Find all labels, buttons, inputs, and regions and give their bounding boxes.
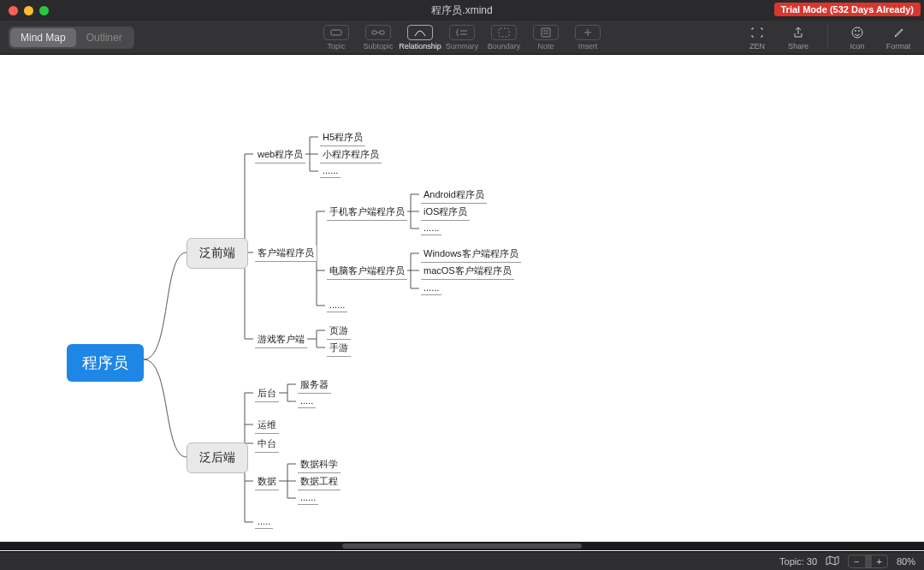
node-desktop-more[interactable]: ...... [421,282,441,295]
view-outliner-button[interactable]: Outliner [76,28,133,47]
toolbar-separator [827,25,828,49]
svg-point-11 [856,30,856,31]
node-android[interactable]: Android程序员 [421,187,487,204]
share-icon [785,25,811,40]
node-webgame[interactable]: 页游 [327,324,351,340]
svg-point-10 [852,27,862,38]
node-desktop-client[interactable]: 电脑客户端程序员 [327,264,407,280]
node-data-science[interactable]: 数据科学 [298,457,341,473]
topic-icon [323,25,349,40]
node-client-more[interactable]: ...... [327,299,347,312]
node-client[interactable]: 客户端程序员 [255,246,317,262]
node-backend-more2[interactable]: ..... [255,515,273,529]
scrollbar-thumb[interactable] [342,543,582,549]
summary-button[interactable]: Summary [442,25,482,50]
node-h5[interactable]: H5程序员 [320,130,365,146]
insert-button[interactable]: Insert [568,25,607,50]
node-web-more[interactable]: ...... [320,164,341,178]
topic-count: Topic: 30 [779,556,817,567]
node-macos[interactable]: macOS客户端程序员 [421,264,514,280]
format-panel-button[interactable]: Format [881,25,915,50]
smiley-icon [844,25,870,40]
node-ios[interactable]: iOS程序员 [421,205,470,221]
subtopic-button[interactable]: Subtopic [358,25,398,50]
map-overview-icon[interactable] [826,555,839,567]
brush-icon [886,25,911,40]
node-ops[interactable]: 运维 [255,418,279,434]
node-data[interactable]: 数据 [255,474,279,490]
zen-icon [744,25,770,40]
node-mobile-client[interactable]: 手机客户端程序员 [327,205,407,221]
svg-rect-1 [372,31,376,34]
canvas[interactable]: 程序员 泛前端 泛后端 web程序员 H5程序员 小程序程序员 ...... 客… [0,55,924,551]
mindmap-links [0,55,924,551]
svg-point-12 [859,30,860,31]
node-mobile-more[interactable]: ...... [421,222,441,235]
topic-button[interactable]: Topic [317,25,356,50]
view-switch: Mind Map Outliner [9,27,134,49]
svg-rect-5 [542,28,550,37]
titlebar: 程序员.xmind Trial Mode (532 Days Already) [0,0,924,21]
subtopic-icon [365,25,391,40]
node-data-eng[interactable]: 数据工程 [298,474,341,490]
node-game-client[interactable]: 游戏客户端 [255,332,307,348]
svg-rect-2 [380,31,384,34]
zoom-out-button[interactable]: − [850,556,862,567]
toolbar: Mind Map Outliner Topic Subtopic Relatio… [0,21,924,55]
share-button[interactable]: Share [781,25,815,50]
view-mindmap-button[interactable]: Mind Map [10,28,76,47]
node-branch-frontend[interactable]: 泛前端 [187,238,248,269]
relationship-icon [407,25,433,40]
zoom-control: − + [848,555,888,568]
horizontal-scrollbar[interactable] [0,542,924,550]
node-root[interactable]: 程序员 [67,344,144,382]
tool-group-right: ZEN Share Icon Format [740,25,915,50]
node-branch-backend[interactable]: 泛后端 [187,442,248,473]
node-backend-more[interactable]: ..... [298,395,316,408]
summary-icon [449,25,475,40]
zen-button[interactable]: ZEN [740,25,774,50]
node-midplatform[interactable]: 中台 [255,436,279,453]
node-mobilegame[interactable]: 手游 [327,341,351,357]
boundary-icon [491,25,517,40]
node-backend[interactable]: 后台 [255,386,279,402]
boundary-button[interactable]: Boundary [484,25,524,50]
svg-rect-4 [499,28,509,37]
plus-icon [575,25,601,40]
node-web[interactable]: web程序员 [255,147,305,163]
svg-rect-0 [331,30,341,35]
note-button[interactable]: Note [526,25,566,50]
tool-group-center: Topic Subtopic Relationship Summary Boun… [317,25,607,50]
zoom-in-button[interactable]: + [874,556,886,567]
relationship-button[interactable]: Relationship [400,25,440,50]
trial-mode-badge[interactable]: Trial Mode (532 Days Already) [774,3,921,16]
zoom-level[interactable]: 80% [897,556,915,567]
node-miniprogram[interactable]: 小程序程序员 [320,147,382,163]
node-server[interactable]: 服务器 [298,377,331,394]
note-icon [533,25,559,40]
statusbar: Topic: 30 − + 80% [0,551,924,570]
node-windows[interactable]: Windows客户端程序员 [421,246,521,263]
node-data-more[interactable]: ...... [298,491,318,505]
icon-panel-button[interactable]: Icon [840,25,874,50]
